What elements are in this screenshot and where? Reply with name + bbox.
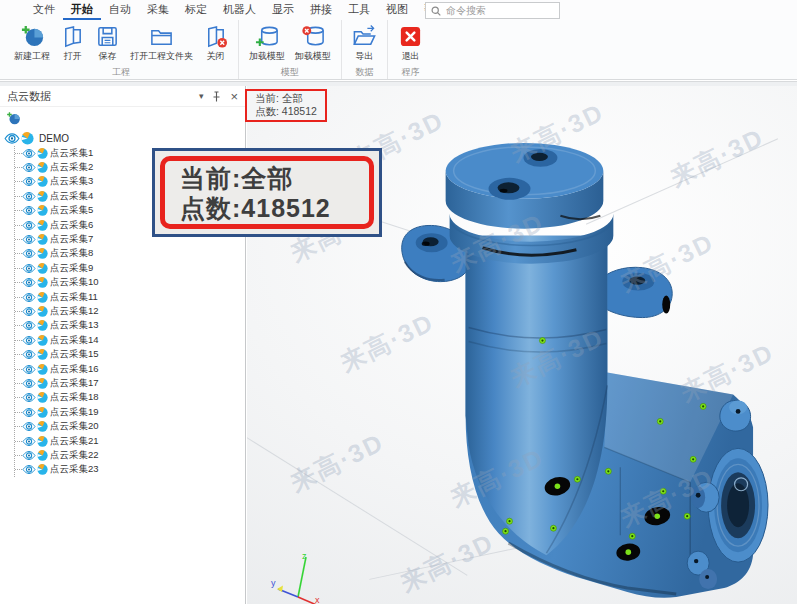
pin-icon[interactable] xyxy=(212,91,221,102)
menu-tab[interactable]: 工具 xyxy=(340,0,378,20)
axis-triad: z y x xyxy=(269,550,333,604)
zoom-callout: 当前:全部 点数:418512 xyxy=(152,148,382,237)
open-project-folder-icon xyxy=(149,24,174,49)
eye-icon[interactable] xyxy=(22,379,36,388)
eye-icon[interactable] xyxy=(22,206,36,215)
load-model-button[interactable]: 加载模型 xyxy=(244,23,290,64)
eye-icon[interactable] xyxy=(22,264,36,273)
tree-item[interactable]: 点云采集11 xyxy=(15,290,245,304)
point-cloud-icon xyxy=(37,191,48,202)
menu-tab[interactable]: 采集 xyxy=(139,0,177,20)
tree-item-label: 点云采集18 xyxy=(50,391,99,404)
exit-button[interactable]: 退出 xyxy=(393,23,428,64)
tree-item-label: 点云采集15 xyxy=(50,348,99,361)
tree-item[interactable]: 点云采集14 xyxy=(15,333,245,347)
menu-tab[interactable]: 机器人 xyxy=(215,0,264,20)
tree-item[interactable]: 点云采集10 xyxy=(15,276,245,290)
tree-item[interactable]: 点云采集9 xyxy=(15,261,245,275)
exit-icon xyxy=(398,24,423,49)
eye-icon[interactable] xyxy=(22,163,36,172)
save-button[interactable]: 保存 xyxy=(90,23,125,64)
tree-connector xyxy=(15,369,22,370)
eye-icon[interactable] xyxy=(22,221,36,230)
eye-icon[interactable] xyxy=(22,336,36,345)
eye-icon[interactable] xyxy=(22,149,36,158)
export-icon xyxy=(352,24,377,49)
tree-item-label: 点云采集5 xyxy=(50,204,93,217)
tree-item[interactable]: 点云采集16 xyxy=(15,362,245,376)
info-box-line2: 点数: 418512 xyxy=(255,105,317,118)
tree-item-label: 点云采集22 xyxy=(50,449,99,462)
ribbon-button-label: 打开工程文件夹 xyxy=(130,50,193,63)
point-cloud-icon xyxy=(37,464,48,475)
menu-tab[interactable]: 文件 xyxy=(25,0,63,20)
tree-item[interactable]: 点云采集15 xyxy=(15,347,245,361)
eye-icon[interactable] xyxy=(22,350,36,359)
tree-item-label: 点云采集23 xyxy=(50,463,99,476)
tree-item[interactable]: 点云采集12 xyxy=(15,304,245,318)
eye-icon[interactable] xyxy=(22,235,36,244)
eye-icon[interactable] xyxy=(22,249,36,258)
panel-header: 点云数据 ▾ × xyxy=(0,86,245,107)
ribbon-button-label: 导出 xyxy=(356,50,374,63)
menu-tab[interactable]: 显示 xyxy=(264,0,302,20)
eye-icon[interactable] xyxy=(22,451,36,460)
tree-connector xyxy=(15,412,22,413)
command-search-box[interactable] xyxy=(425,2,560,19)
point-cloud-icon xyxy=(21,132,34,145)
tree-item[interactable]: 点云采集18 xyxy=(15,391,245,405)
eye-icon[interactable] xyxy=(22,293,36,302)
point-cloud-icon xyxy=(37,277,48,288)
menu-tab[interactable]: 自动 xyxy=(101,0,139,20)
menu-tab[interactable]: 拼接 xyxy=(302,0,340,20)
open-project-folder-button[interactable]: 打开工程文件夹 xyxy=(125,23,198,64)
close-icon[interactable]: × xyxy=(230,90,238,103)
eye-icon[interactable] xyxy=(22,465,36,474)
eye-icon[interactable] xyxy=(22,307,36,316)
close-project-button[interactable]: 关闭 xyxy=(198,23,233,64)
tree-connector xyxy=(15,455,22,456)
tree-item-label: 点云采集6 xyxy=(50,219,93,232)
eye-icon[interactable] xyxy=(22,393,36,402)
tree-item[interactable]: 点云采集20 xyxy=(15,419,245,433)
ribbon-button-label: 关闭 xyxy=(207,50,225,63)
export-button[interactable]: 导出 xyxy=(347,23,382,64)
ribbon-group: 退出程序 xyxy=(387,20,433,79)
tree-connector xyxy=(15,225,22,226)
menu-tab[interactable]: 开始 xyxy=(63,0,101,20)
eye-icon[interactable] xyxy=(22,278,36,287)
eye-icon[interactable] xyxy=(22,422,36,431)
menu-tab[interactable]: 视图 xyxy=(378,0,416,20)
menu-tab[interactable]: 标定 xyxy=(177,0,215,20)
eye-icon[interactable] xyxy=(22,192,36,201)
tree-connector xyxy=(15,253,22,254)
unload-model-button[interactable]: 卸载模型 xyxy=(290,23,336,64)
open-button[interactable]: 打开 xyxy=(55,23,90,64)
tree-root-item[interactable]: DEMO xyxy=(4,130,245,146)
point-cloud-icon xyxy=(37,306,48,317)
add-point-cloud-button[interactable] xyxy=(6,111,22,127)
point-cloud-icon xyxy=(37,162,48,173)
eye-icon[interactable] xyxy=(22,437,36,446)
ribbon-button-label: 保存 xyxy=(99,50,117,63)
tree-item[interactable]: 点云采集8 xyxy=(15,247,245,261)
tree-connector xyxy=(15,325,22,326)
eye-icon[interactable] xyxy=(22,365,36,374)
tree-item[interactable]: 点云采集23 xyxy=(15,463,245,477)
tree-item[interactable]: 点云采集17 xyxy=(15,376,245,390)
tree-item-label: 点云采集20 xyxy=(50,420,99,433)
tree-item-label: 点云采集9 xyxy=(50,262,93,275)
eye-icon[interactable] xyxy=(22,321,36,330)
eye-icon[interactable] xyxy=(22,408,36,417)
eye-icon[interactable] xyxy=(4,133,20,144)
tree-item[interactable]: 点云采集13 xyxy=(15,319,245,333)
eye-icon[interactable] xyxy=(22,177,36,186)
tree-item[interactable]: 点云采集22 xyxy=(15,448,245,462)
chevron-down-icon[interactable]: ▾ xyxy=(199,92,204,101)
tree-item[interactable]: 点云采集19 xyxy=(15,405,245,419)
new-project-button[interactable]: 新建工程 xyxy=(9,23,55,64)
search-input[interactable] xyxy=(446,5,554,16)
point-cloud-icon xyxy=(37,392,48,403)
tree-item[interactable]: 点云采集21 xyxy=(15,434,245,448)
tree-item-label: 点云采集13 xyxy=(50,319,99,332)
